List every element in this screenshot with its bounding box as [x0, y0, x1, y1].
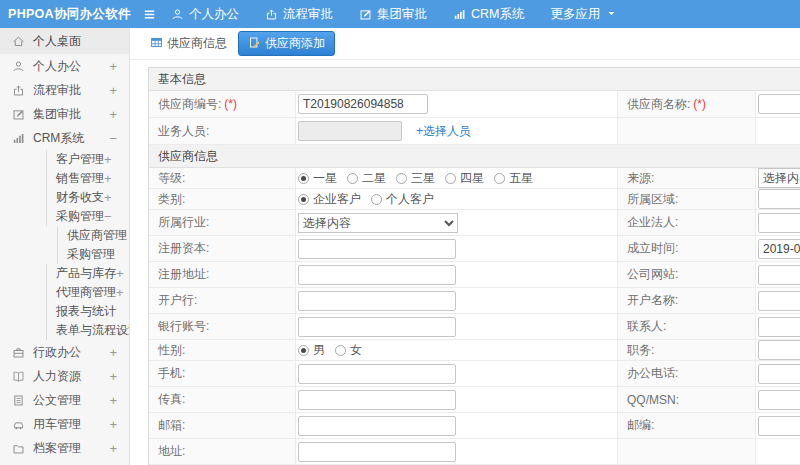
edit-icon	[359, 8, 372, 21]
office-phone-input[interactable]	[758, 364, 800, 384]
briefcase-icon	[12, 346, 26, 359]
topnav-item-crm-system[interactable]: CRM系统	[453, 6, 524, 23]
tab-strip: 供应商信息供应商添加	[130, 28, 800, 60]
sidebar-item-human-resources[interactable]: 人力资源+	[0, 364, 129, 388]
level-radio-3[interactable]: 四星	[445, 170, 484, 187]
form-label-cell: 来源:	[618, 168, 756, 188]
topnav-item-group-approval[interactable]: 集团审批	[359, 6, 427, 23]
email-input[interactable]	[298, 416, 456, 436]
sidebar-item-agent-mgmt[interactable]: 代理商管理+	[46, 283, 129, 302]
radio-label: 女	[350, 342, 362, 359]
sidebar-item-label: 用车管理	[33, 416, 81, 433]
sidebar-item-sales-mgmt[interactable]: 销售管理+	[46, 169, 129, 188]
legal-person-input[interactable]	[758, 213, 800, 233]
required-mark: (*)	[693, 97, 706, 111]
field-label: 银行账号:	[158, 318, 209, 335]
sidebar-item-finance-mgmt[interactable]: 财务收支+	[46, 188, 129, 207]
address-input[interactable]	[298, 442, 456, 462]
topnav-item-personal-office[interactable]: 个人办公	[171, 6, 239, 23]
mobile-input[interactable]	[298, 364, 456, 384]
sidebar-item-form-flow-settings[interactable]: 表单与流程设置+	[46, 321, 129, 340]
industry-select[interactable]: 选择内容	[298, 213, 458, 233]
business-staff-picker-link[interactable]: +选择人员	[416, 123, 471, 140]
account-name-input[interactable]	[758, 291, 800, 311]
level-radio-0[interactable]: 一星	[298, 170, 337, 187]
form-label-cell: 地址:	[149, 439, 296, 464]
sidebar-item-label: 流程审批	[33, 82, 81, 99]
sidebar-item-personal-desktop[interactable]: 个人桌面	[0, 28, 129, 54]
form-label-cell: 公司网站:	[618, 262, 756, 287]
form-row: 类别:企业客户个人客户所属区域:	[149, 189, 800, 210]
gender-radio-0[interactable]: 男	[298, 342, 325, 359]
tab-supplier-info[interactable]: 供应商信息	[148, 31, 229, 56]
sidebar-item-label: 采购管理	[67, 246, 115, 263]
supplier-code-input[interactable]	[298, 94, 428, 114]
sidebar-item-archive-mgmt[interactable]: 档案管理+	[0, 436, 129, 460]
level-radio-4[interactable]: 五星	[494, 170, 533, 187]
grid-icon	[150, 36, 163, 52]
form-field-cell: 选择内容	[756, 168, 800, 188]
form-field-cell	[296, 387, 618, 412]
menu-toggle-icon[interactable]	[142, 7, 157, 22]
level-radio-2[interactable]: 三星	[396, 170, 435, 187]
main-area: 供应商信息供应商添加 基本信息供应商编号:(*)供应商名称:(*)业务人员:+选…	[130, 28, 800, 465]
sidebar-item-procurement-mgmt[interactable]: 采购管理	[57, 245, 129, 264]
tab-supplier-add[interactable]: 供应商添加	[238, 31, 335, 56]
sidebar-item-admin-office[interactable]: 行政办公+	[0, 340, 129, 364]
sidebar-item-customer-mgmt[interactable]: 客户管理+	[46, 150, 129, 169]
field-label: 办公电话:	[627, 365, 678, 382]
category-radio-1[interactable]: 个人客户	[371, 191, 434, 208]
fax-input[interactable]	[298, 390, 456, 410]
sidebar-item-workflow-approval[interactable]: 流程审批+	[0, 78, 129, 102]
topnav-item-more-apps[interactable]: 更多应用	[550, 6, 616, 23]
bank-account-input[interactable]	[298, 317, 456, 337]
radio-checked-icon	[298, 173, 309, 184]
field-label: 公司网站:	[627, 266, 678, 283]
form-field-cell	[756, 361, 800, 386]
qq-msn-input[interactable]	[758, 390, 800, 410]
level-radio-1[interactable]: 二星	[347, 170, 386, 187]
business-staff-input[interactable]	[298, 121, 402, 141]
gender-radio-1[interactable]: 女	[335, 342, 362, 359]
contact-person-input[interactable]	[758, 317, 800, 337]
sidebar-item-reports-stats[interactable]: 报表与统计	[46, 302, 129, 321]
form-label-cell: 注册地址:	[149, 262, 296, 287]
registered-address-input[interactable]	[298, 265, 456, 285]
radio-label: 一星	[313, 170, 337, 187]
sidebar-item-crm-system[interactable]: CRM系统−	[0, 126, 129, 150]
position-input[interactable]	[758, 340, 800, 360]
expand-collapse-icon: +	[104, 190, 130, 205]
registered-capital-input[interactable]	[298, 239, 456, 259]
company-website-input[interactable]	[758, 265, 800, 285]
sidebar-item-document-mgmt[interactable]: 公文管理+	[0, 388, 129, 412]
sidebar-item-group-approval[interactable]: 集团审批+	[0, 102, 129, 126]
sidebar-item-product-inventory[interactable]: 产品与库存+	[46, 264, 129, 283]
form-label-cell: 开户行:	[149, 288, 296, 313]
form-row: 性别:男女职务:	[149, 340, 800, 361]
sidebar-item-label: CRM系统	[33, 130, 84, 147]
form-label-cell: 所属行业:	[149, 210, 296, 235]
form-field-cell	[756, 314, 800, 339]
sidebar-item-purchase-mgmt[interactable]: 采购管理−	[46, 207, 129, 226]
form-label-cell: 类别:	[149, 189, 296, 209]
topnav-item-workflow-approval[interactable]: 流程审批	[265, 6, 333, 23]
form-field-cell	[756, 118, 800, 144]
required-mark: (*)	[224, 97, 237, 111]
supplier-name-input[interactable]	[758, 94, 800, 114]
field-label: 邮编:	[627, 417, 654, 434]
form-field-cell	[756, 439, 800, 464]
sidebar-item-label: 个人办公	[33, 58, 81, 75]
bank-name-input[interactable]	[298, 291, 456, 311]
postcode-input[interactable]	[758, 416, 800, 436]
sidebar-item-personal-office[interactable]: 个人办公+	[0, 54, 129, 78]
region-input[interactable]	[758, 189, 800, 209]
source-select[interactable]: 选择内容	[758, 168, 800, 188]
sidebar-item-supplier-mgmt[interactable]: 供应商管理	[57, 226, 129, 245]
field-label: QQ/MSN:	[627, 393, 679, 407]
founded-date-input[interactable]	[758, 239, 800, 259]
sidebar-item-label: 公文管理	[33, 392, 81, 409]
section-title: 供应商信息	[158, 148, 218, 165]
category-radio-0[interactable]: 企业客户	[298, 191, 361, 208]
sidebar-item-vehicle-mgmt[interactable]: 用车管理+	[0, 412, 129, 436]
form-label-cell: 邮编:	[618, 413, 756, 438]
